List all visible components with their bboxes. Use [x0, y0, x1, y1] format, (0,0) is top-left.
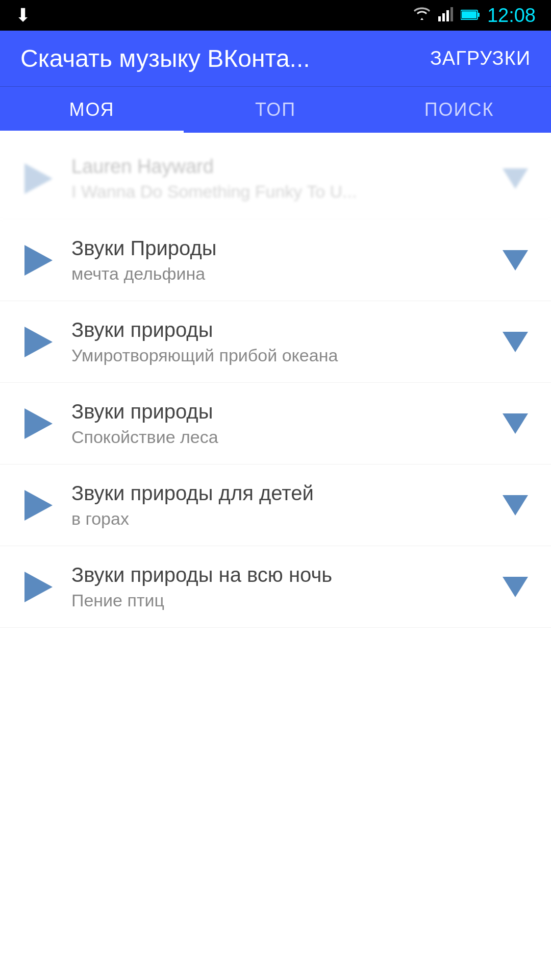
track-dropdown-button[interactable] — [500, 163, 531, 194]
track-item: Звуки природы Умиротворяющий прибой океа… — [0, 301, 551, 383]
dropdown-icon — [503, 250, 528, 271]
track-dropdown-button[interactable] — [500, 245, 531, 276]
svg-rect-0 — [438, 16, 441, 21]
track-title: Звуки Природы — [71, 237, 485, 260]
play-button[interactable] — [20, 569, 56, 605]
track-info: Звуки природы на всю ночь Пение птиц — [56, 564, 500, 610]
status-bar-right: 12:08 — [413, 5, 536, 27]
dropdown-icon — [503, 332, 528, 352]
play-button[interactable] — [20, 242, 56, 278]
svg-rect-6 — [462, 11, 477, 18]
dropdown-icon — [503, 413, 528, 434]
track-title: Lauren Hayward — [71, 156, 485, 178]
play-button[interactable] — [20, 324, 56, 360]
dropdown-icon — [503, 495, 528, 516]
tab-bar: МОЯ ТОП ПОИСК — [0, 87, 551, 133]
track-title: Звуки природы — [71, 400, 485, 423]
play-icon — [24, 572, 53, 602]
battery-icon — [461, 7, 480, 24]
track-dropdown-button[interactable] — [500, 408, 531, 439]
track-title: Звуки природы на всю ночь — [71, 564, 485, 586]
track-dropdown-button[interactable] — [500, 572, 531, 602]
status-bar-left: ⬇ — [15, 5, 31, 26]
track-title: Звуки природы — [71, 318, 485, 341]
track-subtitle: мечта дельфина — [71, 264, 485, 284]
track-subtitle: Спокойствие леса — [71, 427, 485, 447]
svg-rect-1 — [442, 13, 445, 21]
play-button[interactable] — [20, 161, 56, 197]
track-title: Звуки природы для детей — [71, 482, 485, 505]
download-status-icon: ⬇ — [15, 5, 31, 26]
track-info: Lauren Hayward I Wanna Do Something Funk… — [56, 156, 500, 202]
downloads-button[interactable]: ЗАГРУЗКИ — [430, 47, 531, 69]
signal-icon — [438, 6, 454, 25]
svg-rect-3 — [450, 7, 453, 21]
play-button[interactable] — [20, 487, 56, 523]
track-item: Звуки Природы мечта дельфина — [0, 219, 551, 301]
app-title: Скачать музыку ВКонта... — [20, 44, 310, 72]
track-info: Звуки Природы мечта дельфина — [56, 237, 500, 284]
play-icon — [24, 163, 53, 194]
track-info: Звуки природы для детей в горах — [56, 482, 500, 529]
tab-moya[interactable]: МОЯ — [0, 87, 184, 133]
track-subtitle: в горах — [71, 509, 485, 529]
play-icon — [24, 327, 53, 357]
app-bar: Скачать музыку ВКонта... ЗАГРУЗКИ — [0, 31, 551, 87]
dropdown-icon — [503, 168, 528, 189]
track-item: Звуки природы на всю ночь Пение птиц — [0, 546, 551, 628]
status-time: 12:08 — [487, 5, 536, 27]
play-button[interactable] — [20, 406, 56, 442]
tab-poisk[interactable]: ПОИСК — [367, 87, 551, 133]
play-icon — [24, 490, 53, 521]
track-item: Звуки природы для детей в горах — [0, 464, 551, 546]
wifi-icon — [413, 7, 431, 24]
play-icon — [24, 408, 53, 439]
status-bar: ⬇ 12:08 — [0, 0, 551, 31]
play-icon — [24, 245, 53, 276]
track-subtitle: I Wanna Do Something Funky To U... — [71, 182, 485, 202]
svg-rect-2 — [446, 10, 449, 21]
track-subtitle: Пение птиц — [71, 591, 485, 610]
track-info: Звуки природы Спокойствие леса — [56, 400, 500, 447]
track-item: Lauren Hayward I Wanna Do Something Funk… — [0, 138, 551, 219]
track-info: Звуки природы Умиротворяющий прибой океа… — [56, 318, 500, 365]
track-dropdown-button[interactable] — [500, 490, 531, 521]
track-subtitle: Умиротворяющий прибой океана — [71, 346, 485, 365]
track-dropdown-button[interactable] — [500, 327, 531, 357]
tab-top[interactable]: ТОП — [184, 87, 367, 133]
track-list: Lauren Hayward I Wanna Do Something Funk… — [0, 133, 551, 633]
svg-rect-5 — [478, 13, 480, 17]
dropdown-icon — [503, 577, 528, 597]
track-item: Звуки природы Спокойствие леса — [0, 383, 551, 464]
